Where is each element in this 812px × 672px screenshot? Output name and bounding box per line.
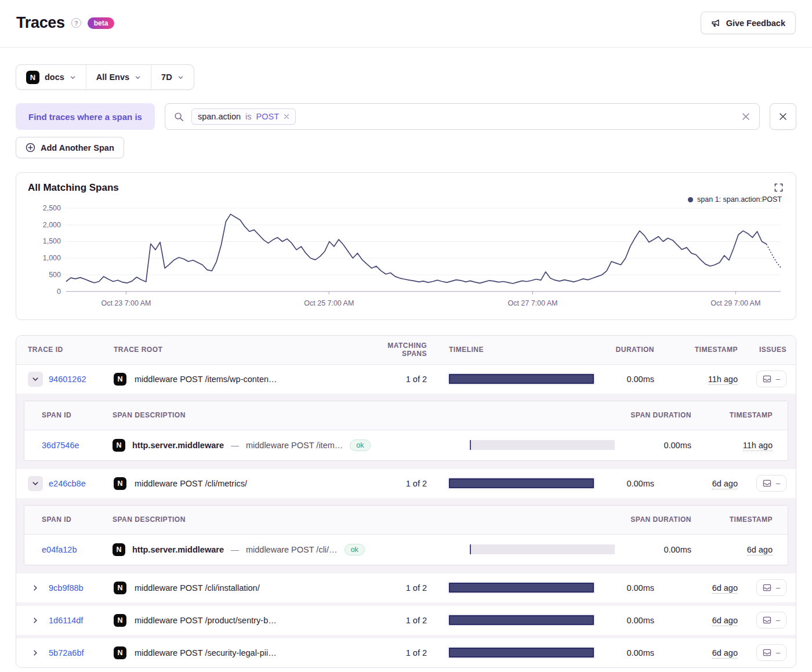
col-span-duration: Span Duration (628, 515, 691, 524)
col-matching-spans: Matching Spans (367, 342, 427, 358)
search-clear-icon[interactable] (741, 112, 751, 121)
timestamp-text[interactable]: 11h ago (743, 441, 773, 451)
span-duration-cell: 0.00ms (628, 441, 691, 450)
trace-id-link[interactable]: 1d6114df (49, 616, 83, 625)
span-op: http.server.middleware (132, 441, 224, 450)
span-id-link[interactable]: 36d7546e (42, 441, 113, 450)
give-feedback-button[interactable]: Give Feedback (701, 12, 796, 34)
issues-empty-dash: – (776, 616, 780, 624)
trace-id-link[interactable]: 9cb9f88b (49, 583, 84, 593)
expand-row-toggle[interactable] (28, 645, 43, 660)
timestamp-cell: 6d ago (654, 583, 738, 593)
duration-cell: 0.00ms (596, 616, 654, 625)
span-id-link[interactable]: e04fa12b (42, 545, 113, 554)
search-icon (174, 112, 184, 122)
span-description-text: middleware POST /item… (246, 441, 343, 450)
trace-root-text: middleware POST /security-legal-pii… (135, 648, 277, 658)
col-span-id: Span ID (42, 411, 113, 419)
svg-text:2,000: 2,000 (43, 221, 61, 229)
col-span-description: Span Description (113, 411, 458, 419)
nextjs-logo-icon: N (114, 646, 126, 659)
timestamp-text[interactable]: 6d ago (747, 545, 773, 555)
timestamp-cell: 6d ago (654, 616, 738, 625)
timestamp-text[interactable]: 11h ago (708, 375, 738, 385)
trace-group: 1d6114dfNmiddleware POST /product/sentry… (16, 606, 796, 635)
duration-cell: 0.00ms (596, 375, 654, 384)
token-remove-icon[interactable] (284, 114, 289, 119)
trace-id-link[interactable]: 5b72a6bf (49, 648, 84, 658)
timestamp-cell: 6d ago (654, 479, 738, 488)
add-another-span-label: Add Another Span (41, 143, 114, 152)
project-name: docs (45, 72, 64, 82)
chevron-right-icon (32, 649, 39, 656)
collapse-row-toggle[interactable] (28, 372, 43, 387)
remove-span-filter-button[interactable] (770, 103, 796, 130)
issues-cell: – (738, 475, 786, 492)
trace-root-cell: Nmiddleware POST /security-legal-pii… (114, 646, 367, 659)
traces-table: Trace ID Trace Root Matching Spans Timel… (16, 335, 796, 668)
nextjs-logo-icon: N (114, 582, 126, 594)
svg-text:1,500: 1,500 (43, 237, 61, 245)
trace-row: 1d6114dfNmiddleware POST /product/sentry… (16, 606, 796, 635)
trace-id-cell: e246cb8e (28, 476, 114, 491)
svg-text:500: 500 (49, 271, 61, 279)
span-subtable: Span IDSpan DescriptionSpan DurationTime… (24, 401, 788, 461)
trace-row: 9cb9f88bNmiddleware POST /cli/installati… (16, 573, 796, 602)
fullscreen-icon[interactable] (773, 182, 784, 195)
trace-group: e246cb8eNmiddleware POST /cli/metrics/1 … (16, 469, 796, 570)
table-header-row: Trace ID Trace Root Matching Spans Timel… (16, 336, 796, 365)
matching-spans-cell: 1 of 2 (367, 375, 427, 384)
issues-button[interactable]: – (756, 644, 786, 661)
span-search-input[interactable]: span.action is POST (165, 103, 760, 130)
help-icon[interactable]: ? (71, 18, 81, 28)
chevron-down-icon (32, 480, 39, 487)
filter-token[interactable]: span.action is POST (191, 108, 296, 125)
spans-line-chart: 05001,0001,5002,0002,500Oct 23 7:00 AMOc… (28, 205, 784, 313)
issues-button[interactable]: – (756, 370, 786, 387)
issues-button[interactable]: – (756, 612, 786, 629)
trace-id-cell: 9cb9f88b (28, 580, 114, 595)
timestamp-text[interactable]: 6d ago (712, 479, 738, 489)
page-filter-bar: N docs All Envs 7D (16, 64, 194, 90)
issues-cell: – (738, 370, 786, 387)
issues-button[interactable]: – (756, 475, 786, 492)
table-body: 94601262Nmiddleware POST /items/wp-conte… (16, 365, 796, 667)
expand-row-toggle[interactable] (28, 613, 43, 628)
trace-root-cell: Nmiddleware POST /items/wp-conten… (114, 373, 367, 386)
timestamp-text[interactable]: 6d ago (712, 583, 738, 594)
megaphone-icon (711, 18, 721, 28)
trace-id-link[interactable]: 94601262 (49, 375, 86, 384)
col-span-description: Span Description (113, 515, 458, 524)
nextjs-logo-icon: N (114, 373, 126, 386)
trace-id-link[interactable]: e246cb8e (49, 479, 86, 488)
trace-id-cell: 5b72a6bf (28, 645, 114, 660)
timestamp-text[interactable]: 6d ago (712, 648, 738, 659)
issues-button[interactable]: – (756, 579, 786, 596)
span-timeline-cell (458, 544, 628, 554)
timeline-cell (427, 478, 596, 488)
span-query-row: Find traces where a span is span.action … (16, 103, 796, 130)
span-header-row: Span IDSpan DescriptionSpan DurationTime… (24, 401, 788, 430)
collapse-row-toggle[interactable] (28, 476, 43, 491)
date-range-selector[interactable]: 7D (151, 65, 194, 89)
project-selector[interactable]: N docs (16, 65, 86, 89)
add-another-span-button[interactable]: Add Another Span (16, 137, 124, 158)
timeline-bar (449, 648, 594, 658)
legend-dot (688, 197, 693, 202)
trace-root-cell: Nmiddleware POST /product/sentry-b… (114, 614, 367, 627)
timestamp-text[interactable]: 6d ago (712, 616, 738, 626)
close-icon (778, 112, 788, 121)
circle-plus-icon (26, 143, 35, 152)
inbox-icon (763, 584, 771, 591)
issues-cell: – (738, 644, 786, 661)
environment-name: All Envs (96, 72, 129, 82)
span-timeline-bar (470, 544, 615, 554)
expand-row-toggle[interactable] (28, 580, 43, 595)
legend-item-span1[interactable]: span 1: span.action:POST (28, 195, 782, 204)
trace-row: e246cb8eNmiddleware POST /cli/metrics/1 … (16, 469, 796, 498)
span-timestamp-cell: 11h ago (691, 441, 773, 450)
duration-cell: 0.00ms (596, 583, 654, 593)
nextjs-logo-icon: N (113, 439, 125, 452)
environment-selector[interactable]: All Envs (86, 65, 151, 89)
legend-label: span 1: span.action:POST (697, 195, 782, 204)
